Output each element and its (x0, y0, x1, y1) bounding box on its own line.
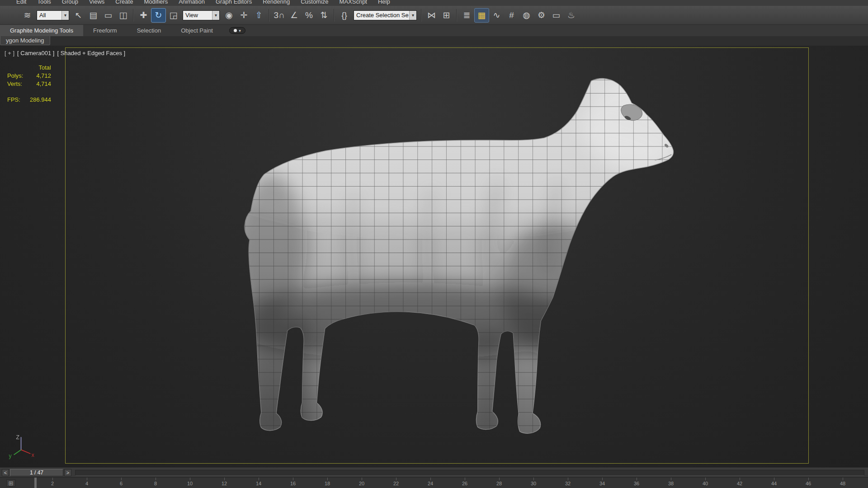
window-crossing-icon[interactable]: ◫ (116, 8, 131, 23)
viewport-menu-general[interactable]: [ + ] (5, 50, 14, 56)
mirror-icon[interactable]: ⋈ (424, 8, 439, 23)
tab-polygon-modeling[interactable]: ygon Modeling (0, 36, 50, 45)
angle-snap-toggle-icon[interactable]: ∠ (287, 8, 302, 23)
use-pivot-point-center-icon[interactable]: ◉ (222, 8, 236, 23)
tab-selection[interactable]: Selection (127, 25, 171, 36)
menu-rendering[interactable]: Rendering (257, 0, 295, 4)
menu-views[interactable]: Views (84, 0, 110, 4)
ruler-label: 20 (359, 481, 364, 486)
chevron-down-icon[interactable]: ▾ (61, 11, 69, 20)
menu-edit[interactable]: Edit (11, 0, 32, 4)
ruler-tick (156, 478, 156, 480)
ruler-label: 16 (290, 481, 296, 486)
selection-filter[interactable]: All▾ (37, 10, 69, 20)
main-toolbar: ≋All▾↖▤▭◫✚↻◲View▾◉✛⇧3∩∠%⇅{}Create Select… (0, 6, 868, 25)
menu-create[interactable]: Create (110, 0, 138, 4)
ruler-tick (190, 478, 190, 480)
material-editor-icon[interactable]: ◍ (519, 8, 534, 23)
menu-help[interactable]: Help (373, 0, 396, 4)
trackbar-ruler[interactable]: ⊞ 24681012141618202224262830323436384042… (0, 477, 868, 488)
ruler-tick (396, 478, 396, 480)
menu-bar: EditToolsGroupViewsCreateModifiersAnimat… (0, 0, 868, 6)
ruler-tick (327, 478, 328, 480)
keyboard-shortcut-override-icon[interactable]: ⇧ (251, 8, 266, 23)
ruler-label: 10 (187, 481, 193, 486)
select-by-name-icon[interactable]: ▤ (86, 8, 101, 23)
select-and-scale-icon[interactable]: ◲ (166, 8, 181, 23)
snaps-toggle-3d-icon[interactable]: 3∩ (272, 8, 287, 23)
viewport-label: [ + ] [ Camera001 ] [ Shaded + Edged Fac… (5, 50, 125, 56)
select-object-icon[interactable]: ↖ (71, 8, 86, 23)
next-frame-button[interactable]: > (64, 469, 71, 476)
ruler-tick (362, 478, 362, 480)
named-selection-sets[interactable]: Create Selection Se▾ (354, 10, 417, 20)
time-slider-track[interactable] (75, 470, 864, 476)
chevron-down-icon: ▾ (239, 28, 241, 33)
align-icon[interactable]: ⊞ (439, 8, 454, 23)
time-slider-handle[interactable]: 1 / 47 (10, 469, 63, 476)
stats-fps-label: FPS: (7, 96, 26, 103)
ruler-label: 32 (565, 481, 571, 486)
ruler-label: 44 (771, 481, 777, 486)
menu-modifiers[interactable]: Modifiers (138, 0, 173, 4)
stats-verts-value: 4,714 (26, 80, 51, 87)
rectangular-selection-region-icon[interactable]: ▭ (101, 8, 116, 23)
stats-polys-label: Polys: (7, 72, 26, 79)
ruler-label: 22 (393, 481, 399, 486)
select-and-rotate-icon[interactable]: ↻ (151, 8, 166, 23)
schematic-view-icon[interactable]: # (504, 8, 519, 23)
ruler-tick (465, 478, 465, 480)
viewport-statistics: Total Polys: 4,712 Verts: 4,714 FPS: 286… (7, 63, 51, 103)
current-frame-marker[interactable] (34, 478, 37, 488)
chevron-down-icon[interactable]: ▾ (212, 11, 219, 20)
tab-object-paint[interactable]: Object Paint (171, 25, 223, 36)
select-and-move-icon[interactable]: ✚ (136, 8, 151, 23)
ruler-label: 38 (668, 481, 674, 486)
ruler-label: 46 (806, 481, 811, 486)
render-setup-icon[interactable]: ⚙ (534, 8, 549, 23)
ruler-label: 6 (120, 481, 123, 486)
render-production-icon[interactable]: ♨ (564, 8, 579, 23)
mini-curve-editor-icon[interactable]: ⊞ (6, 479, 15, 487)
chevron-down-icon[interactable]: ▾ (409, 11, 416, 20)
ruler-tick (499, 478, 500, 480)
menu-maxscript[interactable]: MAXScript (334, 0, 373, 4)
ruler-label: 2 (51, 481, 54, 486)
edit-named-selection-sets-icon[interactable]: {} (337, 8, 352, 23)
toolbar-separator (133, 9, 134, 22)
viewport-menu-camera[interactable]: [ Camera001 ] (17, 50, 54, 56)
ruler-tick (87, 478, 87, 480)
tab-freeform[interactable]: Freeform (83, 25, 127, 36)
rendered-frame-window-icon[interactable]: ▭ (549, 8, 564, 23)
manage-layers-icon[interactable]: ≣ (459, 8, 474, 23)
select-and-link-icon[interactable]: ≋ (20, 8, 35, 23)
named-selection-sets-value: Create Selection Se (354, 12, 409, 19)
ruler-label: 24 (428, 481, 433, 486)
ruler-tick (533, 478, 534, 480)
ruler-tick (705, 478, 706, 480)
tab-graphite-modeling-tools[interactable]: Graphite Modeling Tools (0, 25, 83, 36)
menu-tools[interactable]: Tools (32, 0, 56, 4)
menu-customize[interactable]: Customize (295, 0, 334, 4)
stats-fps-value: 286.944 (26, 96, 51, 103)
menu-graph-editors[interactable]: Graph Editors (210, 0, 257, 4)
previous-frame-button[interactable]: < (2, 469, 9, 476)
ruler-label: 28 (496, 481, 502, 486)
select-and-manipulate-icon[interactable]: ✛ (236, 8, 251, 23)
stats-polys-value: 4,712 (26, 72, 51, 79)
menu-animation[interactable]: Animation (173, 0, 210, 4)
menu-group[interactable]: Group (57, 0, 84, 4)
ruler-label: 30 (531, 481, 536, 486)
spinner-snap-toggle-icon[interactable]: ⇅ (316, 8, 331, 23)
curve-editor-icon[interactable]: ∿ (489, 8, 504, 23)
ruler-tick (121, 478, 122, 480)
ruler-label: 8 (154, 481, 157, 486)
ruler-tick (293, 478, 293, 480)
reference-coordinate-system[interactable]: View▾ (183, 10, 220, 20)
viewport-menu-shading[interactable]: [ Shaded + Edged Faces ] (57, 50, 125, 56)
stats-verts-label: Verts: (7, 80, 26, 87)
percent-snap-toggle-icon[interactable]: % (302, 8, 316, 23)
ribbon-options-button[interactable]: ▾ (229, 27, 245, 34)
graphite-ribbon-toggle-icon[interactable]: ▦ (474, 8, 489, 23)
toolbar-separator (334, 9, 335, 22)
